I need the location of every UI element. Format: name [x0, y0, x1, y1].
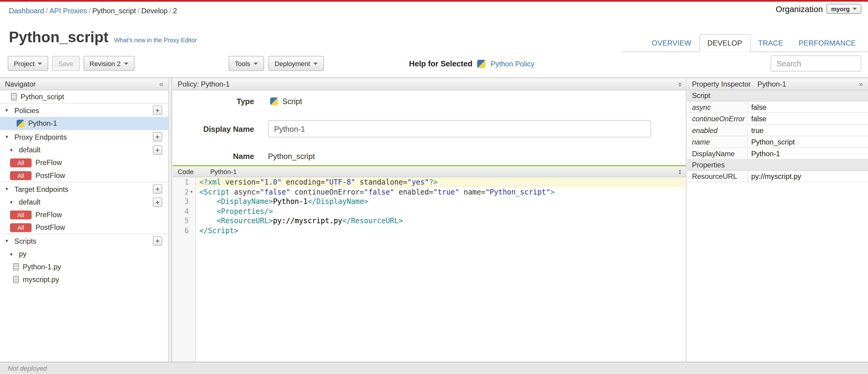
code-line[interactable]: <Properties/> [196, 206, 686, 216]
save-button[interactable]: Save [52, 56, 80, 71]
tree-item-py[interactable]: ▾py [0, 248, 168, 260]
property-value[interactable]: Python-1 [748, 148, 868, 159]
property-value[interactable]: false [748, 113, 868, 124]
inspector-row-enabled: enabledtrue [687, 124, 868, 136]
revision-button-label: Revision 2 [90, 59, 121, 67]
code-line[interactable]: <?xml version="1.0" encoding="UTF-8" sta… [196, 177, 686, 187]
add-button[interactable]: + [153, 197, 162, 207]
expand-caret-icon[interactable]: ▾ [10, 147, 15, 153]
tree-item-target-endpoints[interactable]: ▾Target Endpoints+ [0, 181, 168, 196]
name-label: Name [173, 152, 254, 161]
tree-item-scripts[interactable]: ▾Scripts+ [0, 234, 168, 248]
tree-item-default[interactable]: ▾default+ [0, 196, 168, 208]
panel-splitter[interactable] [169, 78, 172, 362]
type-label: Type [173, 97, 254, 106]
breadcrumb-item-2: 2 [173, 7, 177, 15]
property-inspector-header: Property Inspector Python-1 » [687, 78, 868, 90]
code-fold-icon[interactable]: ▾ [189, 187, 194, 197]
property-value[interactable]: false [748, 102, 868, 113]
property-name: DisplayName [687, 148, 748, 159]
breadcrumb-item-python-script: Python_script [92, 7, 136, 15]
expand-caret-icon[interactable]: ▾ [5, 107, 10, 113]
tree-item-preflow[interactable]: AllPreFlow [0, 156, 168, 169]
property-value[interactable]: py://myscript.py [748, 171, 868, 182]
type-value: Script [282, 97, 302, 106]
navigator-panel: Navigator « Python_script▾Policies+Pytho… [0, 78, 169, 362]
tab-performance[interactable]: PERFORMANCE [791, 35, 864, 52]
collapse-panel-icon[interactable]: « [159, 80, 163, 87]
tab-overview[interactable]: OVERVIEW [644, 35, 699, 52]
search-input[interactable] [771, 56, 861, 71]
tree-item-python-1[interactable]: Python-1 [0, 117, 168, 130]
property-table: ScriptasyncfalsecontinueOnErrorfalseenab… [687, 90, 868, 182]
code-line[interactable]: <Script async="false" continueOnError="f… [196, 187, 686, 197]
tree-item-preflow[interactable]: AllPreFlow [0, 208, 168, 221]
inspector-row-name: namePython_script [687, 136, 868, 148]
tree-item-postflow[interactable]: AllPostFlow [0, 221, 168, 234]
breadcrumb-item-dashboard[interactable]: Dashboard [9, 7, 44, 15]
policy-panel-header: Policy: Python-1 ▴▾ [173, 78, 686, 90]
tree-item-label: Proxy Endpoints [14, 133, 67, 141]
deployment-button[interactable]: Deployment [269, 56, 324, 71]
python-icon [270, 97, 278, 105]
code-body[interactable]: 12▾3456 <?xml version="1.0" encoding="UT… [173, 177, 686, 362]
breadcrumb-separator: / [138, 7, 140, 15]
tree-item-label: myscript.py [23, 276, 59, 284]
code-editor-header: Code Python-1 ▴▾ [173, 166, 686, 177]
tree-item-label: PostFlow [36, 223, 65, 232]
code-line[interactable]: <DisplayName>Python-1</DisplayName> [196, 197, 686, 206]
expand-caret-icon[interactable]: ▾ [10, 199, 15, 204]
project-button-group: Project Save Revision 2 [8, 56, 134, 71]
property-value[interactable]: Python_script [748, 136, 868, 147]
add-button[interactable]: + [153, 106, 162, 115]
code-line[interactable]: <ResourceURL>py://myscript.py</ResourceU… [196, 216, 686, 226]
python-icon [477, 59, 486, 68]
tree-item-default[interactable]: ▾default+ [0, 144, 168, 156]
organization-select[interactable]: myorg [827, 4, 861, 14]
python-policy-help-link[interactable]: Python Policy [491, 59, 534, 68]
add-button[interactable]: + [153, 145, 162, 154]
add-button[interactable]: + [153, 132, 162, 141]
tree-item-postflow[interactable]: AllPostFlow [0, 169, 168, 181]
code-tab-label[interactable]: Code [178, 168, 194, 176]
name-value: Python_script [268, 152, 315, 161]
tree-item-label: PreFlow [36, 210, 62, 219]
expand-panel-icon[interactable]: » [859, 80, 863, 87]
add-button[interactable]: + [153, 236, 162, 246]
tree-item-myscript-py[interactable]: myscript.py [0, 273, 168, 286]
add-button[interactable]: + [153, 184, 162, 194]
tree-item-policies[interactable]: ▾Policies+ [0, 103, 168, 117]
navigator-header: Navigator « [0, 78, 168, 90]
expand-caret-icon[interactable]: ▾ [10, 251, 15, 257]
property-value[interactable]: true [748, 124, 868, 136]
collapse-toggle-icon[interactable]: ▴▾ [679, 169, 681, 174]
tree-item-label: Python_script [21, 93, 64, 101]
expand-caret-icon[interactable]: ▾ [5, 238, 10, 244]
collapse-toggle-icon[interactable]: ▴▾ [679, 81, 681, 87]
inspector-row-displayname: DisplayNamePython-1 [687, 148, 868, 160]
property-inspector-subtitle: Python-1 [757, 80, 786, 88]
code-lines[interactable]: <?xml version="1.0" encoding="UTF-8" sta… [196, 177, 686, 362]
tree-item-python-1-py[interactable]: Python-1.py [0, 260, 168, 273]
tools-button[interactable]: Tools [229, 56, 264, 71]
revision-button[interactable]: Revision 2 [84, 56, 134, 71]
tree-item-proxy-endpoints[interactable]: ▾Proxy Endpoints+ [0, 130, 168, 144]
code-line[interactable]: </Script> [196, 226, 686, 235]
expand-caret-icon[interactable]: ▾ [5, 134, 10, 139]
status-bar: Not deployed [0, 362, 868, 374]
tab-develop[interactable]: DEVELOP [699, 34, 750, 52]
whats-new-link[interactable]: What's new in the Proxy Editor [114, 36, 197, 43]
display-name-row: Display Name [173, 120, 680, 138]
tab-trace[interactable]: TRACE [750, 35, 791, 52]
property-inspector-title: Property Inspector [692, 80, 751, 88]
property-name: name [687, 136, 748, 147]
tree-item-python-script[interactable]: Python_script [0, 90, 168, 103]
expand-caret-icon[interactable]: ▾ [5, 186, 10, 192]
property-name: async [687, 102, 748, 113]
breadcrumb-separator: / [89, 7, 91, 15]
caret-down-icon [38, 62, 42, 64]
project-button[interactable]: Project [8, 56, 49, 71]
type-row: Type Script [173, 93, 680, 109]
breadcrumb-item-api-proxies[interactable]: API Proxies [50, 7, 87, 15]
display-name-input[interactable] [268, 120, 651, 138]
